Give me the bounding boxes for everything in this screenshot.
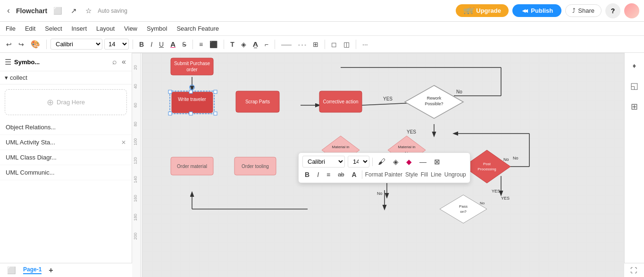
shadow-1-button[interactable]: ◻ — [329, 39, 339, 50]
ft-fill-button[interactable]: ◆ — [404, 156, 414, 168]
svg-text:160: 160 — [133, 195, 138, 202]
menu-search[interactable]: Search Feature — [176, 25, 219, 32]
panel-collapse-button[interactable]: « — [121, 57, 127, 67]
svg-text:20: 20 — [133, 65, 138, 70]
panel-actions: ⌕ « — [111, 57, 127, 67]
ft-font-selector[interactable]: Calibri — [302, 156, 345, 168]
rp-pages-button[interactable]: ⊞ — [626, 98, 643, 115]
bold-button[interactable]: B — [137, 39, 146, 50]
rp-properties-button[interactable]: ⬧ — [626, 57, 643, 74]
align-left-button[interactable]: ≡ — [197, 39, 205, 50]
ft-format-painter-button[interactable]: 🖌 — [376, 156, 388, 168]
corner-button[interactable]: ⌐ — [262, 39, 271, 50]
svg-text:140: 140 — [133, 176, 138, 183]
font-size-selector[interactable]: 14 — [104, 39, 129, 50]
menu-view[interactable]: View — [124, 25, 137, 32]
svg-text:Processing: Processing — [477, 167, 496, 171]
svg-text:No: No — [503, 157, 509, 162]
panel-item-uml-class[interactable]: UML Class Diagr... — [0, 150, 132, 165]
close-uml-activity-icon[interactable]: ✕ — [121, 139, 126, 146]
panel-item-uml-activity[interactable]: UML Activity Sta... ✕ — [0, 135, 132, 150]
strikethrough-button[interactable]: S̶ — [180, 39, 189, 50]
upgrade-button[interactable]: 🛒 🛒 Upgrade — [456, 4, 509, 17]
svg-text:Possible?: Possible? — [425, 101, 443, 106]
ft-bold-button[interactable]: B — [302, 169, 312, 180]
ft-text-color-button[interactable]: A — [350, 169, 359, 180]
svg-text:No: No — [480, 201, 485, 205]
drag-here-zone[interactable]: ⊕ Drag Here — [5, 89, 127, 115]
font-color-button[interactable]: A — [168, 39, 178, 50]
ft-ungroup-button[interactable]: ⊠ — [432, 156, 443, 168]
avatar[interactable] — [624, 3, 639, 18]
ft-align-button[interactable]: ≡ — [324, 169, 333, 180]
separator-2 — [133, 40, 133, 49]
top-bar: ‹ Flowchart ⬜ ↗ ☆ Auto saving 🛒 🛒 Upgrad… — [0, 0, 644, 22]
border-style-button[interactable]: ⊞ — [310, 39, 321, 50]
fill-button[interactable]: ◈ — [239, 39, 249, 50]
ft-ungroup-label[interactable]: Ungroup — [444, 171, 466, 178]
more-button[interactable]: ··· — [360, 39, 370, 50]
italic-button[interactable]: I — [148, 39, 155, 50]
redo-button[interactable]: ↪ — [16, 39, 26, 50]
underline-button[interactable]: U — [157, 39, 166, 50]
line-style-2-button[interactable]: - - - — [296, 40, 309, 49]
menu-select[interactable]: Select — [45, 25, 62, 32]
line-color-button[interactable]: A̲ — [251, 39, 260, 50]
add-page-button[interactable]: + — [46, 265, 55, 276]
ft-line-label[interactable]: Line — [431, 171, 442, 178]
collect-toggle[interactable]: ▾ collect — [5, 74, 127, 81]
share-button[interactable]: ⤴ Share — [565, 4, 602, 17]
menu-symbol[interactable]: Symbol — [147, 25, 167, 32]
panel-item-object-relations[interactable]: Object Relations... — [0, 120, 132, 135]
help-button[interactable]: ? — [605, 3, 620, 18]
panel-item-uml-communic[interactable]: UML Communic... — [0, 165, 132, 180]
undo-button[interactable]: ↩ — [4, 39, 14, 50]
svg-text:Write traveler: Write traveler — [178, 97, 206, 102]
align-center-button[interactable]: ⬛ — [207, 39, 220, 50]
panel-search-button[interactable]: ⌕ — [111, 57, 118, 67]
svg-text:Rework: Rework — [427, 96, 442, 101]
export-icon[interactable]: ↗ — [68, 5, 79, 17]
page-icon-button[interactable]: ⬜ — [5, 265, 18, 276]
rp-layers-button[interactable]: ◱ — [626, 77, 643, 94]
svg-text:Order tooling: Order tooling — [242, 164, 269, 169]
canvas[interactable]: YES No YES No YES — [142, 53, 624, 277]
ft-line-button[interactable]: — — [417, 156, 429, 167]
menu-layout[interactable]: Layout — [96, 25, 115, 32]
auto-save-label: Auto saving — [98, 8, 127, 14]
menu-edit[interactable]: Edit — [25, 25, 35, 32]
fullscreen-button[interactable]: ⛶ — [628, 265, 639, 276]
publish-button[interactable]: ◄ ◄ Publish — [512, 4, 561, 17]
svg-rect-68 — [214, 112, 217, 115]
menu-file[interactable]: File — [6, 25, 16, 32]
right-panel: ⬧ ◱ ⊞ — [624, 53, 644, 263]
svg-text:180: 180 — [133, 214, 138, 221]
shadow-2-button[interactable]: ◫ — [341, 39, 352, 50]
ft-size-selector[interactable]: 14 — [348, 156, 369, 168]
ft-style-button[interactable]: ◈ — [391, 156, 401, 168]
svg-text:Material in: Material in — [398, 145, 416, 149]
font-selector[interactable]: Calibri — [50, 39, 102, 50]
page-1-tab[interactable]: Page-1 — [23, 266, 42, 274]
back-button[interactable]: ‹ — [5, 4, 12, 17]
menu-insert[interactable]: Insert — [72, 25, 87, 32]
separator-4 — [224, 40, 224, 49]
svg-text:Material in: Material in — [332, 145, 350, 149]
ft-sep-2 — [362, 170, 362, 179]
paint-button[interactable]: 🎨 — [28, 38, 42, 50]
star-icon[interactable]: ☆ — [83, 5, 94, 17]
svg-rect-65 — [168, 90, 172, 93]
share-label: Share — [578, 7, 594, 14]
main-area: ☰ Symbo... ⌕ « ▾ collect ⊕ Drag Here Obj… — [0, 53, 644, 263]
monitor-icon[interactable]: ⬜ — [51, 5, 65, 17]
svg-text:order: order — [186, 67, 198, 72]
svg-text:Scrap Parts: Scrap Parts — [245, 99, 270, 104]
svg-text:200: 200 — [133, 233, 138, 240]
line-style-1-button[interactable]: —— — [279, 40, 294, 49]
ft-italic-button[interactable]: I — [315, 169, 321, 180]
ft-fill-label[interactable]: Fill — [421, 171, 428, 178]
ft-format-painter-label[interactable]: Format Painter — [365, 171, 402, 178]
text-button[interactable]: T — [228, 39, 237, 50]
ft-ab-button[interactable]: ab — [335, 170, 346, 179]
ft-style-label[interactable]: Style — [405, 171, 418, 178]
